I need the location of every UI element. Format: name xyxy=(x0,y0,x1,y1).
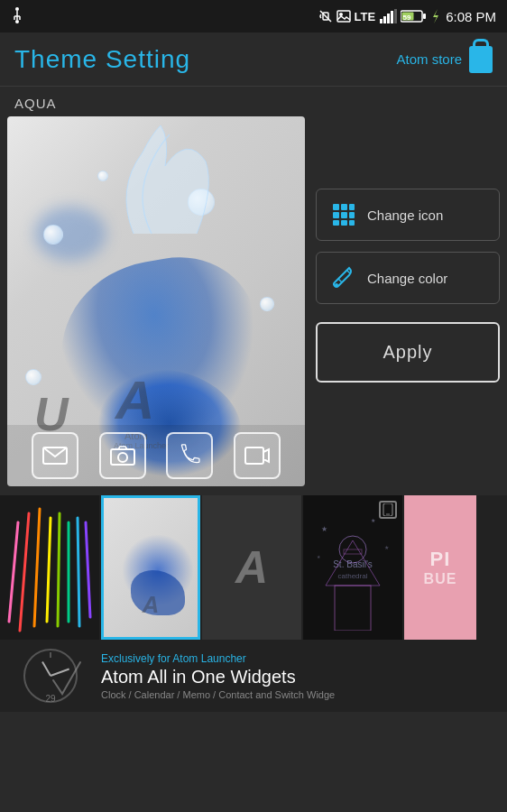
dark-a-content: A xyxy=(202,495,301,640)
svg-rect-47 xyxy=(335,586,371,631)
svg-rect-13 xyxy=(391,11,393,23)
svg-line-42 xyxy=(86,522,90,617)
svg-text:★: ★ xyxy=(384,545,389,550)
usb-icon xyxy=(11,7,23,25)
svg-point-5 xyxy=(15,20,19,23)
change-color-label: Change color xyxy=(367,271,447,286)
svg-rect-27 xyxy=(341,212,347,218)
theme-name: AQUA xyxy=(0,87,507,116)
apply-button[interactable]: Apply xyxy=(316,322,500,383)
atom-store-button[interactable]: Atom store xyxy=(396,46,493,73)
banner-title: Atom All in One Widgets xyxy=(101,667,493,687)
svg-line-36 xyxy=(20,513,29,631)
camera-icon-preview xyxy=(99,432,146,479)
svg-text:★: ★ xyxy=(317,554,321,559)
icon-grid-svg xyxy=(332,203,355,226)
video-icon-preview xyxy=(234,432,281,479)
store-label: Atom store xyxy=(396,51,462,67)
svg-rect-26 xyxy=(333,212,339,218)
svg-text:★: ★ xyxy=(321,525,327,533)
svg-text:★: ★ xyxy=(371,518,375,523)
grid-icon xyxy=(331,202,356,227)
svg-line-39 xyxy=(58,513,60,626)
thumbnail-aqua-selected[interactable]: A xyxy=(101,495,200,640)
svg-rect-11 xyxy=(383,16,386,23)
apply-label: Apply xyxy=(383,342,432,362)
camera-icon xyxy=(110,446,135,466)
clock-date-num: 29 xyxy=(45,694,55,704)
svg-rect-16 xyxy=(423,14,426,19)
store-bag-icon xyxy=(469,46,493,73)
svg-rect-23 xyxy=(333,204,339,210)
svg-rect-31 xyxy=(349,220,355,226)
lte-label: LTE xyxy=(355,10,376,23)
email-icon-preview xyxy=(32,432,78,479)
svg-line-34 xyxy=(346,270,350,273)
droplet xyxy=(25,369,41,385)
time-display: 6:08 PM xyxy=(446,9,496,24)
svg-rect-25 xyxy=(349,204,355,210)
colorlines-svg xyxy=(0,495,99,640)
photo-icon xyxy=(336,9,351,23)
svg-rect-28 xyxy=(349,212,355,218)
castle-content: St. Basil's cathedral ★ ★ ★ ★ xyxy=(303,495,402,640)
svg-text:cathedral: cathedral xyxy=(338,572,368,580)
svg-rect-12 xyxy=(387,14,390,23)
video-icon xyxy=(244,447,270,465)
svg-rect-30 xyxy=(341,220,347,226)
mail-icon xyxy=(42,447,68,465)
svg-text:St. Basil's: St. Basil's xyxy=(333,559,373,569)
battery-icon: 59 xyxy=(401,9,426,23)
svg-rect-8 xyxy=(337,11,350,22)
watermark-a: A xyxy=(115,369,154,431)
theme-thumbnails[interactable]: A A St. Basil's cathedral xyxy=(0,495,507,640)
no-sound-icon xyxy=(318,9,333,23)
preview-app-icons xyxy=(7,425,305,486)
thumbnail-colorlines[interactable] xyxy=(0,495,99,640)
svg-point-0 xyxy=(15,7,19,11)
svg-point-33 xyxy=(335,283,338,287)
theme-preview: U A Atom Atom Launcher xyxy=(7,116,305,486)
banner-subtitle: Exclusively for Atom Launcher xyxy=(101,652,493,665)
svg-point-21 xyxy=(118,453,127,462)
app-header: Theme Setting Atom store xyxy=(0,32,507,87)
svg-line-41 xyxy=(78,518,79,626)
dropper-svg xyxy=(333,266,355,290)
change-color-button[interactable]: Change color xyxy=(316,252,500,304)
phone-icon-preview xyxy=(166,432,213,479)
droplet xyxy=(43,225,63,245)
svg-rect-14 xyxy=(394,9,397,23)
svg-line-37 xyxy=(34,509,40,626)
pink-text-pi: PI xyxy=(430,548,451,571)
svg-rect-24 xyxy=(341,204,347,210)
thumbnail-dark-a[interactable]: A xyxy=(202,495,301,640)
change-icon-button[interactable]: Change icon xyxy=(316,189,500,241)
status-left xyxy=(11,7,23,25)
pink-content: PI BUE xyxy=(404,495,476,640)
svg-rect-29 xyxy=(333,220,339,226)
pink-text-bue: BUE xyxy=(424,571,457,587)
castle-svg: St. Basil's cathedral ★ ★ ★ ★ xyxy=(308,504,398,631)
svg-line-38 xyxy=(47,518,51,622)
app-title: Theme Setting xyxy=(14,45,190,74)
main-content: U A Atom Atom Launcher xyxy=(0,116,507,495)
svg-rect-22 xyxy=(245,448,263,464)
phone-overlay-icon xyxy=(379,501,397,519)
charging-icon xyxy=(429,9,442,23)
signal-bars xyxy=(379,9,397,23)
thumbnail-castle[interactable]: St. Basil's cathedral ★ ★ ★ ★ xyxy=(303,495,402,640)
change-icon-label: Change icon xyxy=(367,208,443,223)
svg-line-35 xyxy=(9,522,18,622)
banner-desc: Clock / Calendar / Memo / Contact and Sw… xyxy=(101,689,493,700)
phone-small-icon xyxy=(383,503,393,516)
droplet xyxy=(260,297,274,311)
dropper-icon xyxy=(331,265,356,291)
bottom-banner: 29 Exclusively for Atom Launcher Atom Al… xyxy=(0,640,507,712)
thumb-a-letter: A xyxy=(143,591,160,619)
svg-line-32 xyxy=(338,279,342,282)
status-right: LTE 59 6:08 PM xyxy=(318,9,496,24)
banner-text-area: Exclusively for Atom Launcher Atom All i… xyxy=(101,652,493,700)
right-panel: Change icon Change color Apply xyxy=(316,116,500,495)
phone-icon xyxy=(179,444,200,467)
thumbnail-pink[interactable]: PI BUE xyxy=(404,495,476,640)
